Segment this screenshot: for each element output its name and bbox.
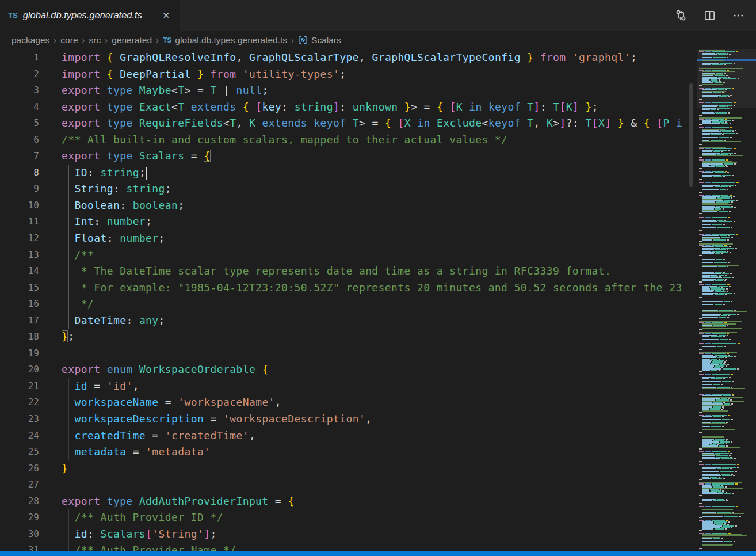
code-line[interactable]: 4export type Exact<T extends { [key: str… xyxy=(0,99,756,116)
ellipsis-icon[interactable] xyxy=(732,9,744,22)
line-number: 16 xyxy=(0,296,39,313)
tab-label: global.db.types.generated.ts xyxy=(23,10,142,21)
indent-guide xyxy=(68,428,69,444)
breadcrumb-item-packages[interactable]: packages xyxy=(12,35,49,45)
editor-actions xyxy=(674,0,756,31)
typescript-file-icon: TS xyxy=(163,36,171,44)
breadcrumb-item-core[interactable]: core xyxy=(60,35,78,45)
chevron-right-icon: › xyxy=(104,35,109,45)
line-number: 30 xyxy=(0,526,39,543)
tab-bar: TS global.db.types.generated.ts ✕ xyxy=(0,0,756,31)
line-number: 11 xyxy=(0,214,39,230)
indent-guide xyxy=(68,313,69,329)
breadcrumb-item-filename[interactable]: TS global.db.types.generated.ts xyxy=(163,35,287,45)
line-number: 9 xyxy=(0,181,39,197)
code-line[interactable]: 1import { GraphQLResolveInfo, GraphQLSca… xyxy=(0,49,756,66)
indent-guide xyxy=(68,214,69,230)
code-text: DateTime: any; xyxy=(39,313,165,329)
code-text: /** xyxy=(39,247,94,264)
code-text: ID: string; xyxy=(39,165,147,181)
code-text: createdTime = 'createdTime', xyxy=(39,428,255,444)
line-number: 5 xyxy=(0,115,39,132)
code-line[interactable]: 29 /** Auth Provider ID */ xyxy=(0,509,756,526)
breadcrumb-item-generated[interactable]: generated xyxy=(112,35,152,45)
text-cursor xyxy=(146,167,147,180)
tab-global-db-types[interactable]: TS global.db.types.generated.ts ✕ xyxy=(0,0,180,31)
line-number: 20 xyxy=(0,361,39,378)
code-text: }; xyxy=(39,329,75,345)
line-number: 10 xyxy=(0,197,39,214)
code-text: import { GraphQLResolveInfo, GraphQLScal… xyxy=(39,49,637,66)
code-line[interactable]: 26} xyxy=(0,460,756,477)
line-number: 1 xyxy=(0,49,39,66)
code-line[interactable]: 14 * The DateTime scalar type represents… xyxy=(0,263,756,280)
indent-guide xyxy=(68,411,69,428)
indent-guide xyxy=(68,526,69,543)
code-text: import { DeepPartial } from 'utility-typ… xyxy=(39,66,346,83)
breadcrumb: packages › core › src › generated › TS g… xyxy=(0,31,756,49)
indent-guide xyxy=(68,509,69,526)
code-line[interactable]: 19 xyxy=(0,345,756,362)
code-line[interactable]: 25 metadata = 'metadata' xyxy=(0,444,756,460)
code-text: export type AddAuthProviderInput = { xyxy=(39,493,295,510)
code-line[interactable]: 18}; xyxy=(0,329,756,345)
minimap[interactable] xyxy=(697,49,756,551)
indent-guide xyxy=(68,280,69,296)
code-line[interactable]: 23 workspaceDescription = 'workspaceDesc… xyxy=(0,411,756,428)
code-line[interactable]: 15 * For example: "1985-04-12T23:20:50.5… xyxy=(0,280,756,296)
compare-changes-icon[interactable] xyxy=(674,9,687,22)
code-line[interactable]: 11 Int: number; xyxy=(0,214,756,230)
code-line[interactable]: 31 /** Auth Provider Name */ xyxy=(0,542,756,551)
code-line[interactable]: 5export type RequireFields<T, K extends … xyxy=(0,115,756,132)
code-text: export enum WorkspaceOrderable { xyxy=(39,361,269,378)
line-number: 8 xyxy=(0,165,39,181)
code-text: metadata = 'metadata' xyxy=(39,444,210,460)
code-line[interactable]: 24 createdTime = 'createdTime', xyxy=(0,428,756,444)
line-number: 23 xyxy=(0,411,39,428)
code-line[interactable]: 30 id: Scalars['String']; xyxy=(0,526,756,543)
code-line[interactable]: 9 String: string; xyxy=(0,181,756,197)
scrollbar-slider[interactable] xyxy=(689,83,693,187)
code-line[interactable]: 16 */ xyxy=(0,296,756,313)
chevron-right-icon: › xyxy=(52,35,58,45)
code-line[interactable]: 6/** All built-in and custom scalars, ma… xyxy=(0,132,756,148)
line-number: 3 xyxy=(0,82,39,99)
indent-guide xyxy=(68,230,69,247)
indent-guide xyxy=(68,444,69,460)
vscode-window: TS global.db.types.generated.ts ✕ xyxy=(0,0,756,556)
indent-guide xyxy=(68,181,69,197)
code-line[interactable]: 8 ID: string; xyxy=(0,165,756,181)
code-line[interactable]: 7export type Scalars = { xyxy=(0,148,756,165)
code-line[interactable]: 22 workspaceName = 'workspaceName', xyxy=(0,394,756,411)
code-line[interactable]: 20export enum WorkspaceOrderable { xyxy=(0,361,756,378)
line-number: 2 xyxy=(0,66,39,83)
code-editor[interactable]: 1import { GraphQLResolveInfo, GraphQLSca… xyxy=(0,49,756,551)
split-editor-icon[interactable] xyxy=(703,9,716,22)
symbol-type-icon xyxy=(298,35,308,45)
line-number: 6 xyxy=(0,132,39,148)
code-line[interactable]: 21 id = 'id', xyxy=(0,378,756,395)
code-line[interactable]: 27 xyxy=(0,477,756,493)
code-line[interactable]: 17 DateTime: any; xyxy=(0,313,756,329)
code-text: String: string; xyxy=(39,181,171,197)
code-line[interactable]: 28export type AddAuthProviderInput = { xyxy=(0,493,756,510)
code-line[interactable]: 10 Boolean: boolean; xyxy=(0,197,756,214)
code-line[interactable]: 13 /** xyxy=(0,247,756,264)
indent-guide xyxy=(68,165,69,181)
code-text: /** Auth Provider ID */ xyxy=(39,509,223,526)
indent-guide xyxy=(68,378,69,395)
typescript-file-icon: TS xyxy=(8,11,18,20)
line-number: 7 xyxy=(0,148,39,165)
code-line[interactable]: 12 Float: number; xyxy=(0,230,756,247)
breadcrumb-item-symbol-scalars[interactable]: Scalars xyxy=(298,35,341,45)
line-number: 22 xyxy=(0,394,39,411)
line-number: 31 xyxy=(0,542,39,551)
breadcrumb-item-src[interactable]: src xyxy=(89,35,101,45)
close-icon[interactable]: ✕ xyxy=(160,9,172,22)
code-text: id = 'id', xyxy=(39,378,139,395)
code-text: id: Scalars['String']; xyxy=(39,526,217,543)
line-number: 13 xyxy=(0,247,39,264)
code-line[interactable]: 3export type Maybe<T> = T | null; xyxy=(0,82,756,99)
code-area[interactable]: 1import { GraphQLResolveInfo, GraphQLSca… xyxy=(0,49,756,551)
code-line[interactable]: 2import { DeepPartial } from 'utility-ty… xyxy=(0,66,756,83)
